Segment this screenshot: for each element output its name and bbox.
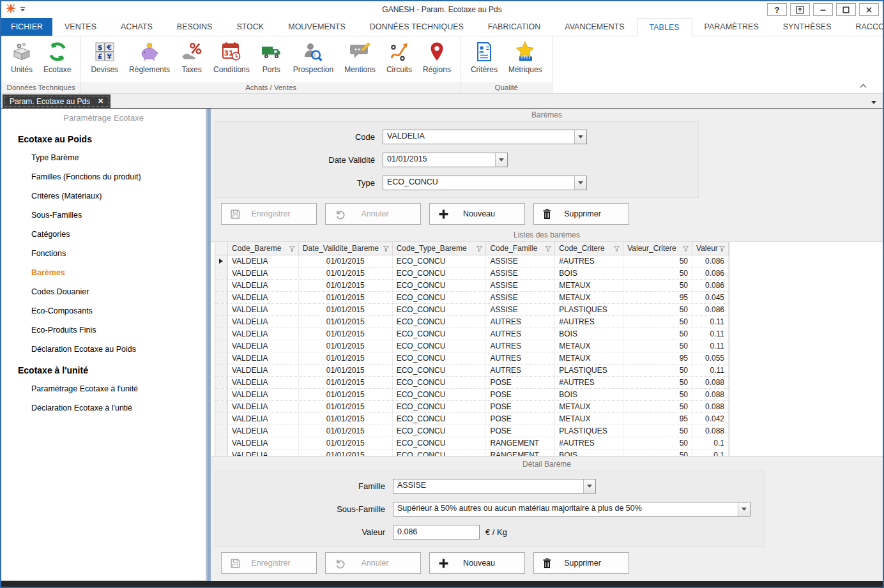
tree-item-declaration-ecotaxe-a-l-untie[interactable]: Déclaration Ecotaxe à l'untié	[1, 398, 206, 418]
ribbon-button-regions[interactable]: Régions	[418, 40, 455, 75]
menu-tab-parametres[interactable]: PARAMÈTRES	[692, 18, 771, 36]
tree-item-type-bareme[interactable]: Type Barème	[1, 148, 206, 167]
nouveau-button[interactable]: Nouveau	[429, 203, 525, 225]
table-row[interactable]: VALDELIA01/01/2015ECO_CONCUASSISEBOIS500…	[215, 268, 729, 280]
quick-access-caret-icon[interactable]	[20, 4, 26, 15]
sous-famille-dropdown-button[interactable]	[738, 502, 750, 516]
menu-tab-syntheses[interactable]: SYNTHÈSES	[771, 18, 844, 36]
tree-item-familles-fonctions-du-produit[interactable]: Familles (Fonctions du produit)	[1, 167, 206, 186]
table-row[interactable]: VALDELIA01/01/2015ECO_CONCUAUTRESPLASTIQ…	[215, 365, 729, 377]
menu-tab-stock[interactable]: STOCK	[224, 18, 276, 36]
supprimer-button[interactable]: Supprimer	[533, 552, 629, 574]
ribbon-button-ports[interactable]: Ports	[256, 40, 287, 75]
filter-icon[interactable]	[613, 245, 620, 252]
close-icon[interactable]: ✕	[98, 97, 103, 105]
tab-list-dropdown-icon[interactable]	[871, 101, 876, 104]
ribbon-button-metriques[interactable]: Métriques	[504, 40, 547, 75]
ribbon-button-prospection[interactable]: Prospection	[289, 40, 338, 75]
column-header-valeur[interactable]: Valeur	[692, 242, 729, 255]
valeur-input[interactable]: 0.086	[393, 525, 480, 539]
menu-tab-achats[interactable]: ACHATS	[109, 18, 165, 36]
help-button[interactable]: ?	[767, 3, 787, 16]
tree-item-declaration-ecotaxe-au-poids[interactable]: Déclaration Ecotaxe au Poids	[1, 340, 206, 359]
maximize-button[interactable]	[836, 3, 856, 16]
row-selector[interactable]	[215, 304, 228, 315]
row-selector[interactable]	[215, 268, 228, 279]
row-selector[interactable]	[215, 292, 228, 303]
annuler-button[interactable]: Annuler	[325, 552, 421, 574]
table-row[interactable]: VALDELIA01/01/2015ECO_CONCUAUTRESBOIS500…	[215, 328, 729, 340]
table-row[interactable]: VALDELIA01/01/2015ECO_CONCUPOSEBOIS500.0…	[215, 389, 729, 401]
ribbon-collapse-icon[interactable]	[859, 80, 867, 91]
ribbon-button-taxes[interactable]: Taxes	[176, 40, 207, 75]
ribbon-button-devises[interactable]: $€£¥Devises	[86, 40, 123, 75]
row-selector[interactable]	[215, 437, 228, 449]
date-validite-combobox[interactable]: 01/01/2015	[383, 153, 508, 167]
filter-icon[interactable]	[545, 245, 552, 252]
filter-icon[interactable]	[383, 245, 390, 252]
menu-tab-raccourcis[interactable]: RACCOURCIS	[844, 18, 884, 36]
tree-item-eco-composants[interactable]: Eco-Composants	[1, 301, 206, 320]
menu-tab-fichier[interactable]: FICHIER	[1, 18, 52, 36]
ribbon-button-reglements[interactable]: Règlements	[125, 40, 174, 75]
column-header-code-type-bareme[interactable]: Code_Type_Bareme	[393, 242, 487, 255]
table-row[interactable]: VALDELIA01/01/2015ECO_CONCURANGEMENTBOIS…	[215, 449, 729, 456]
row-selector[interactable]	[215, 401, 228, 412]
row-selector[interactable]	[215, 340, 228, 352]
tree-item-sous-familles[interactable]: Sous-Familles	[1, 206, 206, 225]
table-row[interactable]: VALDELIA01/01/2015ECO_CONCUAUTRESMETAUX5…	[215, 340, 729, 352]
minimize-button[interactable]	[813, 3, 833, 16]
table-row[interactable]: VALDELIA01/01/2015ECO_CONCUPOSEMETAUX500…	[215, 401, 729, 413]
supprimer-button[interactable]: Supprimer	[533, 203, 629, 225]
table-row[interactable]: VALDELIA01/01/2015ECO_CONCUPOSEMETAUX950…	[215, 413, 729, 425]
column-header-code-famille[interactable]: Code_Famille	[486, 242, 555, 255]
menu-tab-donnees-techniques[interactable]: DONNÉES TECHNIQUES	[358, 18, 476, 36]
filter-icon[interactable]	[476, 245, 483, 252]
code-dropdown-button[interactable]	[574, 130, 586, 144]
table-row[interactable]: VALDELIA01/01/2015ECO_CONCURANGEMENT#AUT…	[215, 437, 729, 449]
enregistrer-button[interactable]: Enregistrer	[221, 552, 317, 574]
ribbon-button-criteres[interactable]: Critères	[466, 40, 502, 75]
date-dropdown-button[interactable]	[495, 153, 507, 167]
sous-famille-combobox[interactable]: Supérieur à 50% autres ou aucun matériau…	[393, 502, 751, 516]
ribbon-button-unites[interactable]: Unités	[6, 40, 37, 75]
column-header-code-bareme[interactable]: Code_Bareme	[228, 242, 299, 255]
tree-item-ecotaxe-au-poids[interactable]: Ecotaxe au Poids	[1, 128, 206, 148]
tree-item-ecotaxe-a-l-unite[interactable]: Ecotaxe à l'unité	[1, 359, 206, 379]
document-tab-param-ecotaxe[interactable]: Param. Ecotaxe au Pds ✕	[3, 94, 111, 108]
row-selector[interactable]	[215, 377, 228, 388]
menu-tab-tables[interactable]: TABLES	[637, 18, 692, 36]
column-header-valeur-critere[interactable]: Valeur_Critere	[623, 242, 692, 255]
table-row[interactable]: VALDELIA01/01/2015ECO_CONCUPOSEPLASTIQUE…	[215, 425, 729, 437]
ribbon-button-conditions[interactable]: 31Conditions	[209, 40, 254, 75]
row-selector[interactable]	[215, 425, 228, 437]
table-row[interactable]: VALDELIA01/01/2015ECO_CONCUASSISEPLASTIQ…	[215, 304, 729, 316]
row-selector[interactable]	[215, 316, 228, 328]
table-row[interactable]: VALDELIA01/01/2015ECO_CONCUAUTRESMETAUX9…	[215, 352, 729, 365]
tree-item-criteres-materiaux[interactable]: Critères (Matériaux)	[1, 186, 206, 206]
tree-item-baremes[interactable]: Barèmes	[1, 263, 206, 282]
tree-item-codes-douanier[interactable]: Codes Douanier	[1, 282, 206, 301]
type-combobox[interactable]: ECO_CONCU	[383, 176, 587, 190]
tree-item-fonctions[interactable]: Fonctions	[1, 244, 206, 263]
famille-dropdown-button[interactable]	[583, 479, 595, 493]
column-header-date-validite-bareme[interactable]: Date_Validite_Bareme	[299, 242, 393, 255]
row-selector[interactable]	[215, 352, 228, 364]
tree-item-parametrage-ecotaxe-a-l-unite[interactable]: Paramétrage Ecotaxe à l'unité	[1, 379, 206, 398]
ribbon-button-ecotaxe[interactable]: Ecotaxe	[39, 40, 75, 75]
filter-icon[interactable]	[682, 245, 689, 252]
close-button[interactable]	[859, 3, 879, 16]
table-row[interactable]: VALDELIA01/01/2015ECO_CONCUASSISEMETAUX9…	[215, 292, 729, 304]
filter-icon[interactable]	[719, 245, 726, 252]
menu-tab-mouvements[interactable]: MOUVEMENTS	[276, 18, 358, 36]
pin-button[interactable]	[790, 3, 810, 16]
row-selector[interactable]	[215, 365, 228, 376]
famille-combobox[interactable]: ASSISE	[393, 479, 596, 494]
menu-tab-ventes[interactable]: VENTES	[52, 18, 109, 36]
table-row[interactable]: VALDELIA01/01/2015ECO_CONCUASSISEMETAUX5…	[215, 280, 729, 292]
enregistrer-button[interactable]: Enregistrer	[221, 203, 317, 225]
row-selector[interactable]	[215, 255, 228, 267]
table-row[interactable]: VALDELIA01/01/2015ECO_CONCUAUTRES#AUTRES…	[215, 316, 729, 328]
filter-icon[interactable]	[289, 245, 296, 252]
tree-item-eco-produits-finis[interactable]: Eco-Produits Finis	[1, 320, 206, 340]
